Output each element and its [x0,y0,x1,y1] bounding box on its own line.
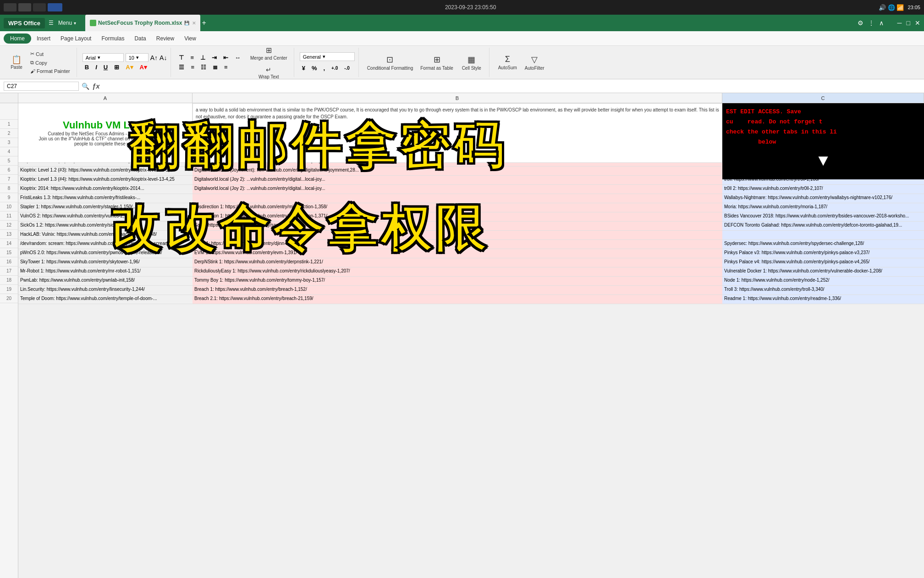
cell-b13[interactable]: Sar 1: https://www.vulnhub.com/entry/sar… [192,222,722,230]
text-direction-button[interactable]: ↔ [232,53,243,62]
win-minimize[interactable]: ─ [897,19,902,27]
cell-a15[interactable]: /dev/random: scream: https://www.vulnhub… [18,240,192,249]
align-right-button[interactable]: ☷ [198,63,209,72]
cell-b12[interactable]: Misdirection 1: https://www.vulnhub.com/… [192,212,722,221]
hamburger-icon[interactable]: ☰ [49,20,54,26]
outdent-button[interactable]: ⇤ [221,53,231,62]
win-close[interactable]: ✕ [915,19,920,27]
wrap-text-button[interactable]: ↵ Wrap Text [255,64,282,81]
more-icon[interactable]: ⋮ [868,19,874,27]
cell-b15[interactable]: Djinn 1: https://www.vulnhub.com/entry/d… [192,240,722,249]
cell-a12[interactable]: VulnOS 2: https://www.vulnhub.com/entry/… [18,212,192,221]
font-color-button[interactable]: A▾ [138,63,149,72]
cell-b20[interactable]: Breach 1: https://www.vulnhub.com/entry/… [192,286,722,295]
cell-c11[interactable]: Moria: https://www.vulnhub.com/entry/mor… [722,203,924,212]
file-tab[interactable]: NetSecFocus Trophy Room.xlsx 💾 ✕ [85,15,200,31]
comma-button[interactable]: , [321,64,327,72]
currency-button[interactable]: ¥ [300,64,308,72]
settings-icon[interactable]: ⚙ [858,19,864,27]
cell-b16[interactable]: EVM 1: https://www.vulnhub.com/entry/evm… [192,249,722,258]
increase-decimal-button[interactable]: +.0 [329,65,340,72]
cell-a16[interactable]: pWnOS 2.0: https://www.vulnhub.com/entry… [18,249,192,258]
cell-c9[interactable]: tr0ll 2: https://www.vulnhub.com/entry/t… [722,185,924,194]
increase-font-button[interactable]: A↑ [150,54,158,61]
col-header-c[interactable]: C [722,93,924,103]
cell-reference-box[interactable]: C27 [4,82,79,91]
align-left-button[interactable]: ☰ [176,63,187,72]
cell-a13[interactable]: SickOs 1.2: https://www.vulnhub.com/entr… [18,222,192,230]
search-formula-icon[interactable]: 🔍 [82,83,89,90]
underline-button[interactable]: U [101,63,110,72]
select-all-button[interactable] [0,93,18,103]
indent-button[interactable]: ⇥ [209,53,219,62]
cell-b17[interactable]: DerpNStink 1: https://www.vulnhub.com/en… [192,258,722,267]
percent-button[interactable]: % [309,64,319,72]
borders-button[interactable]: ⊞ [112,63,121,72]
cell-a17[interactable]: SkyTower 1: https://www.vulnhub.com/entr… [18,258,192,267]
cell-c13[interactable]: DEFCON Toronto Galahad: https://www.vuln… [722,222,924,230]
cell-a11[interactable]: Stapler 1: https://www.vulnhub.com/entry… [18,203,192,212]
format-as-table-button[interactable]: ⊞ Format as Table [418,53,456,72]
number-format-dropdown[interactable]: General ▾ [300,52,355,61]
cell-c10[interactable]: Wallabys-Nightmare: https://www.vulnhub.… [722,194,924,203]
cell-c15[interactable]: Spydersec: https://www.vulnhub.com/entry… [722,240,924,249]
align-middle-button[interactable]: ≡ [188,53,196,62]
menu-dropdown-icon[interactable]: ▾ [74,21,76,26]
align-top-button[interactable]: ⊤ [176,53,186,62]
fill-color-button[interactable]: A▾ [123,63,135,72]
insert-tab[interactable]: Insert [32,33,55,44]
cell-b21[interactable]: Breach 2.1: https://www.vulnhub.com/entr… [192,295,722,304]
cell-b9[interactable]: Digitalworld.local (Joy 2): ...vulnhub.c… [192,185,722,194]
cell-c17[interactable]: Pinkys Palace v4: https://www.vulnhub.co… [722,258,924,267]
merge-center-button[interactable]: ⊞ Merge and Center [248,44,290,62]
tab-close-icon[interactable]: ✕ [192,21,196,26]
cell-c21[interactable]: Readme 1: https://www.vulnhub.com/entry/… [722,295,924,304]
cell-c12[interactable]: BSides Vancouver 2018: https://www.vulnh… [722,212,924,221]
fx-icon[interactable]: ƒx [92,82,100,90]
data-tab[interactable]: Data [130,33,150,44]
review-tab[interactable]: Review [152,33,179,44]
paste-button[interactable]: 📋 Paste [7,54,26,72]
align-center-button[interactable]: ≡ [188,63,197,72]
home-tab[interactable]: Home [4,33,31,44]
cell-a14[interactable]: HackLAB: Vulnix: https://www.vulnhub.com… [18,231,192,239]
formulas-tab[interactable]: Formulas [97,33,129,44]
cell-a7[interactable]: Kioptrix: Level 1.2 (#3): https://www.vu… [18,167,192,175]
align-distributed-button[interactable]: ≡ [222,63,230,72]
cell-b10[interactable] [192,194,722,203]
bold-button[interactable]: B [82,63,91,72]
cell-a19[interactable]: PwnLab: https://www.vulnhub.com/entry/pw… [18,277,192,285]
col-header-a[interactable]: A [18,93,192,103]
cell-b11[interactable]: Misdirection 1: https://www.vulnhub.com/… [192,203,722,212]
copy-button[interactable]: ⧉ Copy [28,59,73,67]
cell-c16[interactable]: Pinkys Palace v3: https://www.vulnhub.co… [722,249,924,258]
cell-b14[interactable] [192,231,722,239]
cell-a9[interactable]: Kioptrix: 2014: https://www.vulnhub.com/… [18,185,192,194]
cell-a8[interactable]: Kioptrix: Level 1.3 (#4): https://www.vu… [18,176,192,184]
cell-b7[interactable]: Digitalworld.local (Joymment): ht... vul… [192,167,722,175]
conditional-formatting-button[interactable]: ⊡ Conditional Formatting [364,53,416,72]
align-justify-button[interactable]: ≣ [210,63,220,72]
cell-a18[interactable]: Mr-Robot 1: https://www.vulnhub.com/entr… [18,267,192,276]
format-painter-button[interactable]: 🖌 Format Painter [28,67,73,75]
font-name-dropdown[interactable]: Arial ▾ [82,53,124,62]
cell-c19[interactable]: Node 1: https://www.vulnhub.com/entry/no… [722,277,924,285]
formula-input[interactable] [103,82,920,90]
app-name[interactable]: WPS Office [4,18,45,28]
cell-c18[interactable]: Vulnerable Docker 1: https://www.vulnhub… [722,267,924,276]
new-tab-button[interactable]: + [202,19,206,27]
cell-b8[interactable]: Digitalworld.local (Joy 2): ...vulnhub.c… [192,176,722,184]
cell-a20[interactable]: Lin.Security: https://www.vulnhub.com/en… [18,286,192,295]
align-bottom-button[interactable]: ⊥ [198,53,208,62]
decrease-decimal-button[interactable]: -.0 [342,65,352,72]
italic-button[interactable]: I [93,63,99,72]
page-layout-tab[interactable]: Page Layout [56,33,96,44]
autofilter-button[interactable]: ▽ AutoFilter [522,53,547,72]
decrease-font-button[interactable]: A↓ [160,54,167,61]
menu-label[interactable]: Menu [58,20,72,26]
cell-b18[interactable]: RickduliouslyEasy 1: https://www.vulnhub… [192,267,722,276]
cell-c20[interactable]: Troll 3: https://www.vulnhub.com/entry/t… [722,286,924,295]
cut-button[interactable]: ✂ Cut [28,50,73,58]
col-header-b[interactable]: B [192,93,722,103]
ribbon-toggle-icon[interactable]: ∧ [879,19,884,27]
